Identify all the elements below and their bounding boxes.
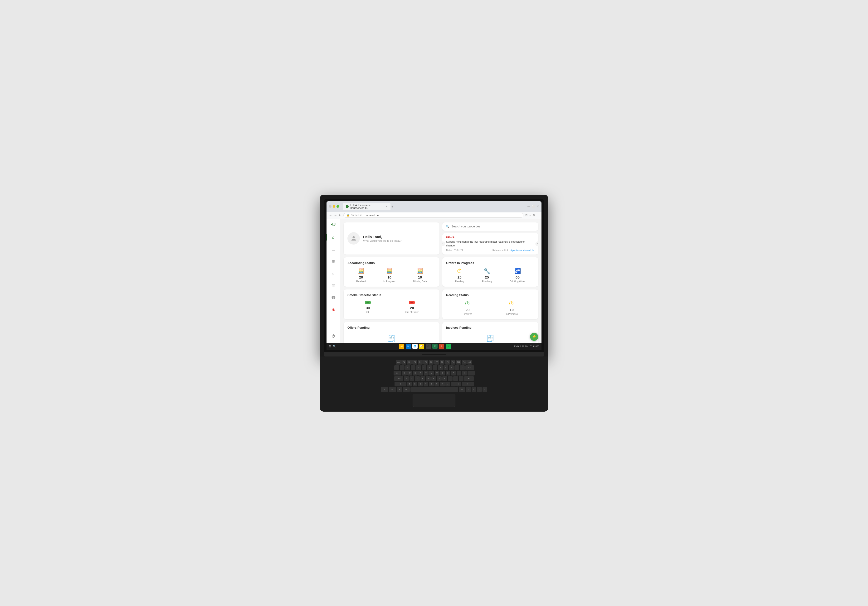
key-l[interactable]: L xyxy=(448,376,453,381)
minimize-icon[interactable]: — xyxy=(527,205,530,208)
key-quote[interactable]: ' xyxy=(459,376,463,381)
restore-icon[interactable]: ⬜ xyxy=(532,205,535,208)
minimize-button[interactable] xyxy=(333,205,335,208)
key-y[interactable]: Y xyxy=(429,371,434,376)
cast-icon[interactable]: ⊡ xyxy=(525,213,527,217)
key-backslash[interactable]: \ xyxy=(468,371,475,376)
key-minus[interactable]: - xyxy=(454,365,459,370)
key-f3[interactable]: F3 xyxy=(412,360,417,365)
key-b[interactable]: B xyxy=(429,382,434,386)
search-input[interactable] xyxy=(451,225,535,228)
key-enter[interactable]: ↵ xyxy=(464,376,474,381)
extensions-icon[interactable]: ⚙ xyxy=(533,213,535,217)
news-next-button[interactable]: › xyxy=(535,241,540,246)
key-z[interactable]: Z xyxy=(407,382,412,386)
key-rshift[interactable]: ⇧ xyxy=(462,382,474,386)
key-o[interactable]: O xyxy=(446,371,450,376)
key-caps[interactable]: caps xyxy=(394,376,403,381)
key-w[interactable]: W xyxy=(408,371,412,376)
key-7[interactable]: 7 xyxy=(432,365,437,370)
key-0[interactable]: 0 xyxy=(449,365,454,370)
key-c[interactable]: C xyxy=(418,382,423,386)
key-space[interactable] xyxy=(411,387,458,392)
key-f6[interactable]: F6 xyxy=(429,360,434,365)
key-del[interactable]: del xyxy=(467,360,472,365)
key-p[interactable]: P xyxy=(451,371,456,376)
back-button[interactable]: ← xyxy=(329,213,332,217)
key-2[interactable]: 2 xyxy=(405,365,410,370)
key-ctrl[interactable]: ctrl xyxy=(389,387,396,392)
key-8[interactable]: 8 xyxy=(438,365,443,370)
key-right[interactable]: → xyxy=(482,387,487,392)
key-lshift[interactable]: ⇧ xyxy=(395,382,406,386)
key-x[interactable]: X xyxy=(412,382,417,386)
key-down[interactable]: ↓ xyxy=(477,387,482,392)
key-5[interactable]: 5 xyxy=(422,365,426,370)
key-alt[interactable]: alt xyxy=(403,387,410,392)
key-k[interactable]: K xyxy=(442,376,447,381)
key-backspace[interactable]: ⌫ xyxy=(465,365,474,370)
new-tab-button[interactable]: + xyxy=(391,205,393,209)
key-4[interactable]: 4 xyxy=(416,365,421,370)
key-t[interactable]: T xyxy=(424,371,429,376)
address-bar[interactable]: 🔓 Not secure | teha-wd.de xyxy=(343,213,524,218)
key-rbracket[interactable]: ] xyxy=(462,371,467,376)
sidebar-item-phone[interactable]: ☎ xyxy=(330,294,337,301)
key-r[interactable]: R xyxy=(418,371,423,376)
key-a[interactable]: A xyxy=(404,376,409,381)
key-m[interactable]: M xyxy=(440,382,445,386)
sidebar-item-home[interactable]: ⌂ xyxy=(330,233,337,241)
key-semicolon[interactable]: ; xyxy=(453,376,458,381)
key-9[interactable]: 9 xyxy=(443,365,448,370)
reload-button[interactable]: ↻ xyxy=(339,213,341,217)
taskbar-spotify-icon[interactable]: ♫ xyxy=(446,344,451,349)
forward-button[interactable]: → xyxy=(334,213,337,217)
news-link[interactable]: https://www.teha-wd.de xyxy=(510,249,534,252)
active-tab[interactable]: T TEHA Technischer Hausservice G... ✕ xyxy=(343,203,391,210)
key-backtick[interactable]: ` xyxy=(394,365,399,370)
taskbar-chrome-icon[interactable]: 🌐 xyxy=(412,344,418,349)
key-altgr[interactable]: alt xyxy=(459,387,465,392)
key-equals[interactable]: = xyxy=(460,365,465,370)
key-f1[interactable]: F1 xyxy=(401,360,406,365)
key-slash[interactable]: / xyxy=(456,382,461,386)
key-win[interactable]: ⊞ xyxy=(397,387,402,392)
key-q[interactable]: Q xyxy=(402,371,407,376)
key-f8[interactable]: F8 xyxy=(440,360,445,365)
sidebar-item-list[interactable]: ☰ xyxy=(330,246,337,253)
key-lbracket[interactable]: [ xyxy=(457,371,461,376)
key-f[interactable]: F xyxy=(420,376,425,381)
key-f5[interactable]: F5 xyxy=(423,360,428,365)
fab-button[interactable]: ⚡ xyxy=(530,333,538,341)
key-f4[interactable]: F4 xyxy=(418,360,423,365)
key-u[interactable]: U xyxy=(435,371,439,376)
taskbar-files-icon[interactable]: 📁 xyxy=(399,344,404,349)
taskbar-sticky-icon[interactable]: 📝 xyxy=(419,344,424,349)
key-g[interactable]: G xyxy=(426,376,431,381)
key-n[interactable]: N xyxy=(434,382,439,386)
close-icon[interactable]: ✕ xyxy=(537,205,539,208)
key-period[interactable]: . xyxy=(451,382,456,386)
taskbar-store-icon[interactable]: 🛍 xyxy=(406,344,411,349)
key-j[interactable]: J xyxy=(437,376,442,381)
key-tab[interactable]: tab xyxy=(394,371,401,376)
key-e[interactable]: E xyxy=(413,371,418,376)
key-1[interactable]: 1 xyxy=(400,365,405,370)
key-f7[interactable]: F7 xyxy=(434,360,439,365)
key-f10[interactable]: F10 xyxy=(451,360,456,365)
bookmark-icon[interactable]: ☆ xyxy=(529,213,531,217)
taskbar-todo-icon[interactable]: ✔ xyxy=(426,344,431,349)
sidebar-item-grid[interactable]: ▦ xyxy=(330,257,337,265)
key-v[interactable]: V xyxy=(423,382,428,386)
menu-icon[interactable]: ⋮ xyxy=(536,213,539,217)
search-taskbar-icon[interactable]: 🔍 xyxy=(333,345,336,348)
key-left[interactable]: ← xyxy=(471,387,476,392)
key-6[interactable]: 6 xyxy=(427,365,432,370)
key-d[interactable]: D xyxy=(415,376,420,381)
start-button[interactable]: ⊞ xyxy=(329,344,332,348)
key-up[interactable]: ↑ xyxy=(466,387,471,392)
key-f11[interactable]: F11 xyxy=(456,360,461,365)
key-esc[interactable]: esc xyxy=(396,360,401,365)
key-fn[interactable]: fn xyxy=(381,387,388,392)
sidebar-item-monitor[interactable]: ◉ xyxy=(330,306,337,314)
